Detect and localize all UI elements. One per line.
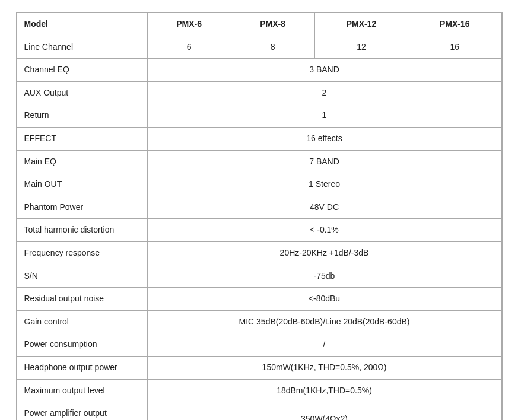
row-value-span: 3 BAND xyxy=(147,59,501,82)
table-row: Residual output noise<-80dBu xyxy=(17,288,501,311)
row-value-span: 18dBm(1KHz,THD=0.5%) xyxy=(147,379,501,402)
header-model: Model xyxy=(17,13,147,36)
row-label: AUX Output xyxy=(17,81,147,104)
table-row: Main OUT1 Stereo xyxy=(17,173,501,196)
table-header-row: Model PMX-6 PMX-8 PMX-12 PMX-16 xyxy=(17,13,501,36)
row-value-span: <-80dBu xyxy=(147,288,501,311)
row-label: Line Channel xyxy=(17,36,147,59)
table-row: Gain controlMIC 35dB(20dB-60dB)/Line 20d… xyxy=(17,310,501,333)
table-row: Return1 xyxy=(17,104,501,128)
header-pmx16: PMX-16 xyxy=(408,13,501,36)
table-row: Power amplifier output maximum power350W… xyxy=(17,402,501,420)
row-value-span: 1 xyxy=(147,104,501,128)
spec-table: Model PMX-6 PMX-8 PMX-12 PMX-16 Line Cha… xyxy=(17,12,502,420)
row-label: Return xyxy=(17,104,147,128)
header-pmx8: PMX-8 xyxy=(231,13,314,36)
row-label: Total harmonic distortion xyxy=(17,219,147,242)
spec-table-wrapper: Model PMX-6 PMX-8 PMX-12 PMX-16 Line Cha… xyxy=(16,12,503,420)
row-label: EFFECT xyxy=(17,127,147,150)
table-row: Line Channel681216 xyxy=(17,36,501,59)
row-label: Headphone output power xyxy=(17,356,147,379)
row-value-span: -75db xyxy=(147,265,501,288)
table-row: Frequency response20Hz-20KHz +1dB/-3dB xyxy=(17,241,501,265)
table-row: Phantom Power48V DC xyxy=(17,196,501,219)
row-value: 12 xyxy=(314,36,408,59)
row-value-span: 1 Stereo xyxy=(147,173,501,196)
table-row: Main EQ7 BAND xyxy=(17,150,501,173)
row-label: Phantom Power xyxy=(17,196,147,219)
header-pmx12: PMX-12 xyxy=(314,13,408,36)
row-label: Gain control xyxy=(17,310,147,333)
row-value-span: / xyxy=(147,333,501,357)
row-label: Residual output noise xyxy=(17,288,147,311)
row-value: 6 xyxy=(147,36,231,59)
row-value-span: 48V DC xyxy=(147,196,501,219)
row-value: 16 xyxy=(408,36,501,59)
header-pmx6: PMX-6 xyxy=(147,13,231,36)
row-value-span: 350W(4Ωx2) xyxy=(147,402,501,420)
row-label: S/N xyxy=(17,265,147,288)
row-label: Main OUT xyxy=(17,173,147,196)
table-row: S/N-75db xyxy=(17,265,501,288)
row-value-span: 150mW(1KHz, THD=0.5%, 200Ω) xyxy=(147,356,501,379)
row-label: Power consumption xyxy=(17,333,147,357)
row-label: Channel EQ xyxy=(17,59,147,82)
table-row: Headphone output power150mW(1KHz, THD=0.… xyxy=(17,356,501,379)
row-value-span: MIC 35dB(20dB-60dB)/Line 20dB(20dB-60dB) xyxy=(147,310,501,333)
row-value-span: 20Hz-20KHz +1dB/-3dB xyxy=(147,241,501,265)
row-value-span: < -0.1% xyxy=(147,219,501,242)
table-row: AUX Output2 xyxy=(17,81,501,104)
table-row: Maximum output level18dBm(1KHz,THD=0.5%) xyxy=(17,379,501,402)
row-label: Maximum output level xyxy=(17,379,147,402)
table-row: Channel EQ3 BAND xyxy=(17,59,501,82)
row-label: Main EQ xyxy=(17,150,147,173)
row-value: 8 xyxy=(231,36,314,59)
row-value-span: 2 xyxy=(147,81,501,104)
row-value-span: 16 effects xyxy=(147,127,501,150)
table-row: EFFECT16 effects xyxy=(17,127,501,150)
row-value-span: 7 BAND xyxy=(147,150,501,173)
table-row: Total harmonic distortion< -0.1% xyxy=(17,219,501,242)
row-label: Power amplifier output maximum power xyxy=(17,402,147,420)
row-label: Frequency response xyxy=(17,241,147,265)
table-row: Power consumption/ xyxy=(17,333,501,357)
